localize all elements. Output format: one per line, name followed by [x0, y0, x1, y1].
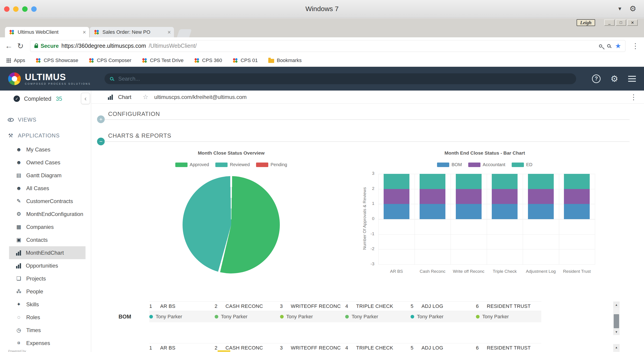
money-icon: ¤ — [16, 340, 22, 346]
legend-item[interactable]: Accountant — [468, 162, 505, 167]
sidebar-item-monthendconfiguration[interactable]: ⚙MonthEndConfiguration — [9, 208, 86, 220]
back-icon[interactable]: ← — [5, 42, 13, 50]
new-tab-button[interactable] — [177, 29, 192, 37]
menu-list-icon[interactable] — [628, 76, 636, 82]
bar-segment — [456, 204, 482, 219]
browser-tab[interactable]: Ultimus WebClient× — [5, 27, 89, 37]
sidebar-item-customercontracts[interactable]: ✎CustomerContracts — [9, 195, 86, 208]
pie-chart[interactable] — [182, 176, 280, 273]
scrollbar-up-button[interactable]: ▲ — [613, 344, 620, 350]
completed-count: 35 — [56, 96, 62, 102]
sidebar-item-companies[interactable]: ▦Companies — [9, 220, 86, 233]
collapse-charts-button[interactable]: − — [97, 138, 105, 145]
scrollbar-down-button[interactable]: ▼ — [613, 329, 620, 335]
sidebar-item-skills[interactable]: ✦Skills — [9, 298, 86, 311]
legend-item[interactable]: Reviewed — [215, 162, 250, 167]
grid-cell: Tony Parker — [280, 314, 346, 320]
help-icon[interactable]: ? — [592, 75, 600, 83]
grid-line — [378, 174, 379, 264]
scrollbar-thumb[interactable] — [614, 314, 619, 328]
legend-swatch — [437, 163, 449, 167]
sidebar-item-contacts[interactable]: ▣Contacts — [9, 233, 86, 246]
column-label: RESIDENT TRUST — [487, 303, 531, 309]
browser-menu-icon[interactable]: ⋮ — [632, 42, 639, 50]
sidebar-item-people[interactable]: ⁂People — [9, 285, 86, 298]
people-icon: ⁂ — [16, 288, 22, 294]
page-menu-icon[interactable]: ⋮ — [630, 93, 637, 101]
column-number: 5 — [410, 303, 422, 309]
sidebar-item-all-cases[interactable]: ☻All Cases — [9, 182, 86, 195]
password-key-icon[interactable] — [598, 44, 603, 48]
sidebar-item-times[interactable]: ◷Times — [9, 324, 86, 336]
legend-item[interactable]: Pending — [256, 162, 287, 167]
sidebar-item-projects[interactable]: ❏Projects — [9, 272, 86, 285]
powered-by: Powered by — [8, 349, 26, 352]
grid-cell: Tony Parker — [476, 314, 541, 320]
bar-plot[interactable]: 3210-1-2-3AR BSCash ReconcWrite off Reco… — [378, 174, 595, 264]
y-tick-label: -3 — [361, 261, 374, 266]
column-label: TRIPLE CHECK — [356, 303, 393, 309]
ultimus-logo-icon[interactable] — [8, 73, 21, 85]
bookmark-item[interactable]: CPS 360 — [194, 58, 222, 63]
search-input[interactable] — [118, 75, 571, 82]
global-search[interactable] — [104, 73, 576, 84]
user-tag: Leigh — [576, 19, 595, 26]
restore-button[interactable]: □ — [616, 20, 626, 26]
settings-gear-icon[interactable]: ⚙ — [610, 75, 618, 83]
page-content: + CONFIGURATION − CHARTS & REPORTS Month… — [92, 104, 644, 352]
legend-item[interactable]: Approved — [175, 162, 209, 167]
sidebar-item-roles[interactable]: ◌Roles — [9, 311, 86, 324]
address-bar[interactable]: Secure https://360degree.ultimuscps.com … — [30, 40, 626, 52]
sidebar-section-views[interactable]: VIEWS — [0, 115, 91, 125]
sidebar-item-monthendchart[interactable]: MonthEndChart — [9, 246, 86, 259]
grid-line — [378, 264, 595, 265]
bookmark-item[interactable]: CPS Test Drive — [142, 58, 184, 63]
bar-segment — [456, 189, 482, 204]
grid-cell: Tony Parker — [215, 314, 280, 320]
bookmark-item[interactable]: CPS Composer — [89, 58, 132, 63]
contact-card-icon: ▣ — [16, 237, 22, 243]
favorite-star-icon[interactable]: ☆ — [143, 93, 148, 101]
grid-header-cell: 4TRIPLE CHECK — [345, 345, 410, 351]
secure-lock-icon — [34, 45, 38, 48]
refresh-icon[interactable]: ↻ — [17, 42, 24, 51]
minimize-button[interactable]: _ — [604, 20, 614, 26]
window-title: Windows 7 — [0, 5, 644, 13]
zoom-icon[interactable] — [607, 44, 610, 48]
gantt-icon: ▤ — [16, 172, 22, 178]
x-tick-label: Triple Check — [487, 269, 523, 274]
legend-swatch — [256, 163, 268, 167]
chevron-down-icon[interactable]: ▼ — [617, 6, 622, 12]
sidebar-item-completed[interactable]: ✓ Completed 35 ‹ — [0, 91, 91, 107]
sidebar-item-owned-cases[interactable]: ☻Owned Cases — [9, 156, 86, 169]
bookmark-item[interactable]: Apps — [6, 58, 25, 63]
sidebar-item-my-cases[interactable]: ☻My Cases — [9, 143, 86, 156]
bookmark-label: CPS Composer — [97, 58, 132, 63]
bookmark-item[interactable]: Bookmarks — [268, 58, 302, 63]
bookmark-item[interactable]: CPS Showcase — [36, 58, 78, 63]
url-host: https://360degree.ultimuscps.com — [62, 43, 146, 49]
browser-tab[interactable]: Sales Order: New PO× — [90, 27, 174, 37]
x-tick-label: Adjustment Log — [523, 269, 559, 274]
gear-icon[interactable]: ⚙ — [630, 4, 636, 13]
sidebar-item-gantt-diagram[interactable]: ▤Gantt Diagram — [9, 169, 86, 182]
grid-header-cell: 6RESIDENT TRUST — [476, 303, 541, 309]
bookmark-item[interactable]: CPS 01 — [232, 58, 258, 63]
bookmark-label: CPS Test Drive — [150, 58, 184, 63]
tab-close-icon[interactable]: × — [82, 29, 86, 36]
grid-header-cell: 6RESIDENT TRUST — [476, 345, 541, 351]
tab-close-icon[interactable]: × — [168, 29, 171, 36]
legend-item[interactable]: ED — [512, 162, 532, 167]
bookmark-star-icon[interactable]: ★ — [615, 42, 621, 50]
sidebar-section-applications[interactable]: ⚒ APPLICATIONS — [0, 130, 91, 141]
pie-legend: ApprovedReviewedPending — [163, 162, 299, 167]
sidebar-collapse-button[interactable]: ‹ — [81, 93, 90, 104]
expand-configuration-button[interactable]: + — [97, 115, 105, 123]
sidebar-item-expenses[interactable]: ¤Expenses — [9, 336, 86, 349]
scrollbar-up-button[interactable]: ▲ — [613, 301, 620, 308]
bookmark-label: Bookmarks — [277, 58, 302, 63]
legend-item[interactable]: BOM — [437, 162, 462, 167]
clock-icon: ◷ — [16, 327, 22, 333]
close-button[interactable]: ✕ — [627, 20, 638, 26]
sidebar-item-opportunities[interactable]: Opportunities — [9, 259, 86, 272]
